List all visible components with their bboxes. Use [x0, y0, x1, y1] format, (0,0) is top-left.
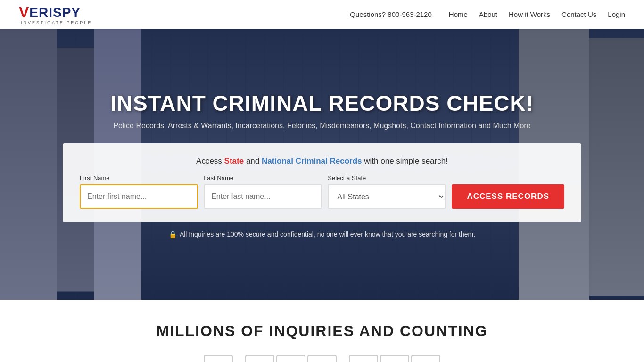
digit-comma: ,	[339, 358, 346, 362]
security-note: 🔒All Inquiries are 100% secure and confi…	[169, 230, 475, 238]
digit-box: 2	[276, 355, 305, 362]
state-group: Select a State All StatesAlabamaAlaskaAr…	[328, 174, 446, 209]
nav-home[interactable]: Home	[449, 10, 468, 18]
digit-comma: ,	[236, 358, 242, 362]
lock-icon: 🔒	[169, 230, 177, 238]
tagline-national: National Criminal Records	[262, 156, 362, 165]
logo: VERISPY INVESTIGATE PEOPLE	[19, 4, 92, 25]
logo-subtitle: INVESTIGATE PEOPLE	[21, 20, 92, 25]
logo-erispy-text: ERISPY	[29, 5, 81, 20]
first-name-label: First Name	[80, 174, 198, 181]
search-fields: First Name Last Name Select a State All …	[80, 174, 564, 209]
counter-digits: 9,722,895	[204, 355, 441, 362]
search-tagline: Access State and National Criminal Recor…	[80, 156, 564, 166]
hero-section: INSTANT CRIMINAL RECORDS CHECK! Police R…	[0, 29, 644, 300]
hero-content: INSTANT CRIMINAL RECORDS CHECK! Police R…	[0, 90, 644, 238]
access-records-button[interactable]: ACCESS RECORDS	[452, 184, 564, 209]
hero-subtitle: Police Records, Arrests & Warrants, Inca…	[113, 122, 530, 130]
nav-contact[interactable]: Contact Us	[561, 10, 596, 18]
digit-box: 5	[411, 355, 440, 362]
counter-section: MILLIONS OF INQUIRIES AND COUNTING 9,722…	[0, 300, 644, 362]
digit-box: 7	[245, 355, 274, 362]
last-name-label: Last Name	[204, 174, 322, 181]
digit-box: 2	[307, 355, 337, 362]
main-nav: Questions? 800-963-2120 Home About How i…	[350, 10, 625, 18]
tagline-post: with one simple search!	[362, 156, 448, 165]
security-text: All Inquiries are 100% secure and confid…	[180, 230, 475, 238]
last-name-group: Last Name	[204, 174, 322, 209]
digit-box: 8	[349, 355, 378, 362]
header: VERISPY INVESTIGATE PEOPLE Questions? 80…	[0, 0, 644, 29]
state-label: Select a State	[328, 174, 446, 181]
digit-box: 9	[204, 355, 233, 362]
state-select[interactable]: All StatesAlabamaAlaskaArizonaArkansasCa…	[328, 184, 446, 209]
nav-about[interactable]: About	[479, 10, 497, 18]
nav-login[interactable]: Login	[608, 10, 625, 18]
logo-v-letter: V	[19, 4, 29, 21]
phone-number: Questions? 800-963-2120	[350, 10, 431, 18]
last-name-input[interactable]	[204, 184, 322, 209]
digit-box: 9	[380, 355, 409, 362]
tagline-state: State	[224, 156, 244, 165]
tagline-mid: and	[244, 156, 262, 165]
search-box: Access State and National Criminal Recor…	[63, 143, 581, 222]
first-name-input[interactable]	[80, 184, 198, 209]
hero-title: INSTANT CRIMINAL RECORDS CHECK!	[110, 90, 534, 116]
logo-text: VERISPY	[19, 4, 81, 21]
nav-how-it-works[interactable]: How it Works	[509, 10, 550, 18]
tagline-pre: Access	[196, 156, 224, 165]
first-name-group: First Name	[80, 174, 198, 209]
counter-title: MILLIONS OF INQUIRIES AND COUNTING	[156, 322, 487, 340]
